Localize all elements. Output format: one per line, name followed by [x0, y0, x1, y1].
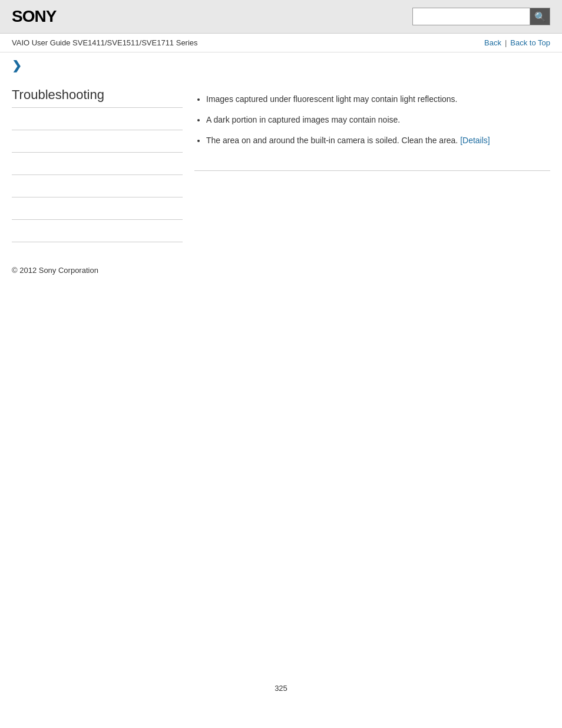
bullet-text-3: The area on and around the built-in came… — [206, 136, 458, 145]
search-area: 🔍 — [412, 8, 550, 25]
content-list: Images captured under fluorescent light … — [194, 93, 550, 147]
content-area: Images captured under fluorescent light … — [194, 87, 550, 242]
footer-copyright: © 2012 Sony Corporation — [0, 254, 562, 286]
guide-title: VAIO User Guide SVE1411/SVE1511/SVE1711 … — [12, 38, 198, 47]
nav-bar: VAIO User Guide SVE1411/SVE1511/SVE1711 … — [0, 34, 562, 52]
back-link[interactable]: Back — [484, 38, 501, 47]
nav-links: Back | Back to Top — [484, 38, 550, 47]
search-input[interactable] — [412, 8, 530, 25]
breadcrumb-area: ❯ — [0, 52, 562, 75]
nav-separator: | — [505, 38, 507, 47]
sidebar-title: Troubleshooting — [12, 87, 183, 108]
search-button[interactable]: 🔍 — [530, 8, 550, 25]
list-item — [12, 175, 183, 197]
details-link[interactable]: [Details] — [460, 136, 490, 145]
list-item — [12, 153, 183, 175]
bullet-text-1: Images captured under fluorescent light … — [206, 94, 457, 104]
list-item — [12, 108, 183, 130]
list-item — [12, 197, 183, 220]
sony-logo: SONY — [12, 7, 56, 26]
header: SONY 🔍 — [0, 0, 562, 34]
back-to-top-link[interactable]: Back to Top — [510, 38, 550, 47]
list-item: A dark portion in captured images may co… — [206, 114, 550, 126]
content-section: Images captured under fluorescent light … — [194, 93, 550, 171]
list-item — [12, 220, 183, 242]
search-icon: 🔍 — [534, 11, 546, 22]
list-item: The area on and around the built-in came… — [206, 134, 550, 147]
main-content: Troubleshooting Images captured under fl… — [0, 75, 562, 254]
sidebar-links — [12, 108, 183, 242]
chevron-right-icon: ❯ — [12, 59, 22, 72]
list-item: Images captured under fluorescent light … — [206, 93, 550, 106]
page-number: 325 — [0, 672, 562, 704]
list-item — [12, 130, 183, 153]
sidebar: Troubleshooting — [12, 87, 183, 242]
bullet-text-2: A dark portion in captured images may co… — [206, 115, 400, 124]
